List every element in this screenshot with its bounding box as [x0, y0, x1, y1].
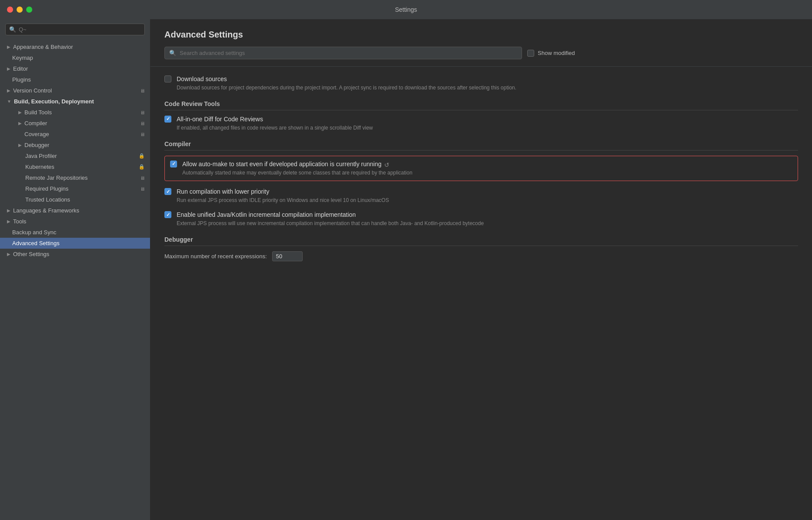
sidebar-item-coverage[interactable]: Coverage 🖥 — [0, 129, 150, 140]
all-in-one-diff-desc: If enabled, all changed files in code re… — [177, 124, 798, 132]
monitor-icon: 🖥 — [140, 132, 145, 137]
chevron-right-icon: ▶ — [7, 219, 10, 224]
sidebar-search-icon: 🔍 — [9, 26, 16, 33]
run-compilation-desc: Run external JPS process with IDLE prior… — [177, 197, 798, 204]
sidebar-item-label: Tools — [13, 218, 26, 225]
sidebar-item-kubernetes[interactable]: Kubernetes 🔒 — [0, 161, 150, 172]
all-in-one-diff-text: All-in-one Diff for Code Reviews If enab… — [177, 116, 798, 132]
debugger-section-title: Debugger — [164, 236, 798, 246]
search-icon: 🔍 — [169, 50, 176, 56]
reset-icon[interactable]: ↺ — [384, 161, 389, 168]
lock-icon: 🔒 — [139, 153, 145, 159]
allow-auto-make-desc: Automatically started make may eventuall… — [182, 169, 792, 177]
max-expressions-label: Maximum number of recent expressions: — [164, 253, 267, 260]
sidebar-item-label: Other Settings — [13, 251, 49, 257]
sidebar-item-trusted-locations[interactable]: Trusted Locations — [0, 194, 150, 205]
sidebar-item-build-execution-deployment[interactable]: ▼ Build, Execution, Deployment — [0, 96, 150, 107]
sidebar-item-label: Plugins — [12, 76, 31, 83]
sidebar-search-box[interactable]: 🔍 — [5, 24, 145, 35]
allow-auto-make-label-row: Allow auto-make to start even if develop… — [182, 161, 792, 169]
sidebar-item-other-settings[interactable]: ▶ Other Settings — [0, 249, 150, 260]
download-sources-label: Download sources — [177, 75, 798, 82]
sidebar-nav: ▶ Appearance & Behavior Keymap ▶ Editor … — [0, 40, 150, 520]
show-modified-checkbox[interactable] — [527, 50, 534, 57]
chevron-right-icon: ▶ — [7, 208, 10, 213]
download-sources-text: Download sources Download sources for pr… — [177, 75, 798, 92]
sidebar-item-editor[interactable]: ▶ Editor — [0, 63, 150, 74]
sidebar-item-java-profiler[interactable]: Java Profiler 🔒 — [0, 151, 150, 161]
sidebar-item-keymap[interactable]: Keymap — [0, 52, 150, 63]
monitor-icon: 🖥 — [140, 88, 145, 93]
traffic-lights — [7, 7, 32, 13]
run-compilation-text: Run compilation with lower priority Run … — [177, 188, 798, 204]
advanced-search-input[interactable] — [180, 50, 517, 56]
allow-auto-make-label: Allow auto-make to start even if develop… — [182, 161, 382, 168]
monitor-icon: 🖥 — [140, 121, 145, 126]
sidebar-item-debugger[interactable]: ▶ Debugger — [0, 140, 150, 151]
code-review-tools-section-title: Code Review Tools — [164, 100, 798, 110]
allow-auto-make-checkbox[interactable] — [170, 161, 177, 168]
titlebar: Settings — [0, 0, 812, 19]
sidebar-item-label: Appearance & Behavior — [13, 44, 73, 50]
chevron-right-icon: ▶ — [7, 88, 10, 93]
chevron-right-icon: ▶ — [7, 252, 10, 257]
allow-auto-make-highlighted: Allow auto-make to start even if develop… — [164, 156, 798, 181]
sidebar-item-compiler[interactable]: ▶ Compiler 🖥 — [0, 118, 150, 129]
max-expressions-setting: Maximum number of recent expressions: — [164, 251, 798, 261]
content-header: Advanced Settings 🔍 Show modified — [150, 19, 812, 67]
minimize-button[interactable] — [17, 7, 23, 13]
chevron-right-icon: ▶ — [18, 110, 22, 115]
all-in-one-diff-setting: All-in-one Diff for Code Reviews If enab… — [164, 116, 798, 132]
sidebar-item-required-plugins[interactable]: Required Plugins 🖥 — [0, 183, 150, 194]
run-compilation-label: Run compilation with lower priority — [177, 188, 798, 195]
sidebar-item-label: Advanced Settings — [12, 240, 59, 246]
sidebar-item-label: Debugger — [24, 142, 49, 148]
monitor-icon: 🖥 — [140, 110, 145, 115]
show-modified-option[interactable]: Show modified — [527, 50, 575, 57]
close-button[interactable] — [7, 7, 13, 13]
all-in-one-diff-checkbox[interactable] — [164, 116, 171, 123]
sidebar-item-appearance-behavior[interactable]: ▶ Appearance & Behavior — [0, 41, 150, 52]
sidebar-item-label: Backup and Sync — [12, 229, 56, 236]
sidebar-item-label: Coverage — [24, 131, 49, 137]
compiler-section-title: Compiler — [164, 140, 798, 151]
chevron-right-icon: ▶ — [7, 44, 10, 49]
all-in-one-diff-label: All-in-one Diff for Code Reviews — [177, 116, 798, 123]
download-sources-checkbox[interactable] — [164, 75, 171, 82]
sidebar-item-label: Trusted Locations — [25, 196, 70, 203]
enable-kotlin-label: Enable unified Java/Kotlin incremental c… — [177, 211, 798, 218]
enable-kotlin-checkbox[interactable] — [164, 211, 171, 218]
sidebar-item-languages-frameworks[interactable]: ▶ Languages & Frameworks — [0, 205, 150, 216]
lock-icon: 🔒 — [139, 164, 145, 170]
content-area: Advanced Settings 🔍 Show modified Downlo… — [150, 19, 812, 520]
allow-auto-make-text: Allow auto-make to start even if develop… — [182, 161, 792, 177]
sidebar-item-backup-and-sync[interactable]: Backup and Sync — [0, 227, 150, 238]
sidebar-item-advanced-settings[interactable]: Advanced Settings — [0, 238, 150, 249]
run-compilation-checkbox[interactable] — [164, 188, 171, 195]
monitor-icon: 🖥 — [140, 186, 145, 192]
max-expressions-input[interactable] — [272, 251, 303, 261]
download-sources-desc: Download sources for project dependencie… — [177, 84, 798, 92]
sidebar-search-input[interactable] — [19, 26, 141, 33]
sidebar-item-label: Editor — [13, 65, 28, 72]
sidebar-item-plugins[interactable]: Plugins — [0, 74, 150, 85]
sidebar-item-label: Build Tools — [24, 109, 52, 116]
sidebar-item-label: Kubernetes — [25, 164, 55, 170]
enable-kotlin-desc: External JPS process will use new increm… — [177, 220, 798, 227]
sidebar-item-tools[interactable]: ▶ Tools — [0, 216, 150, 227]
advanced-search-box[interactable]: 🔍 — [164, 47, 522, 59]
sidebar-item-version-control[interactable]: ▶ Version Control 🖥 — [0, 85, 150, 96]
run-compilation-setting: Run compilation with lower priority Run … — [164, 188, 798, 204]
sidebar-item-remote-jar-repositories[interactable]: Remote Jar Repositories 🖥 — [0, 172, 150, 183]
sidebar: 🔍 ▶ Appearance & Behavior Keymap ▶ Edito… — [0, 19, 150, 520]
sidebar-item-label: Required Plugins — [25, 185, 68, 192]
maximize-button[interactable] — [26, 7, 32, 13]
window-title: Settings — [395, 6, 417, 13]
download-sources-setting: Download sources Download sources for pr… — [164, 75, 798, 92]
main-layout: 🔍 ▶ Appearance & Behavior Keymap ▶ Edito… — [0, 19, 812, 520]
show-modified-label: Show modified — [538, 50, 575, 56]
sidebar-item-label: Keymap — [12, 55, 33, 61]
sidebar-item-label: Remote Jar Repositories — [25, 174, 88, 181]
sidebar-item-build-tools[interactable]: ▶ Build Tools 🖥 — [0, 107, 150, 118]
chevron-down-icon: ▼ — [7, 99, 11, 104]
